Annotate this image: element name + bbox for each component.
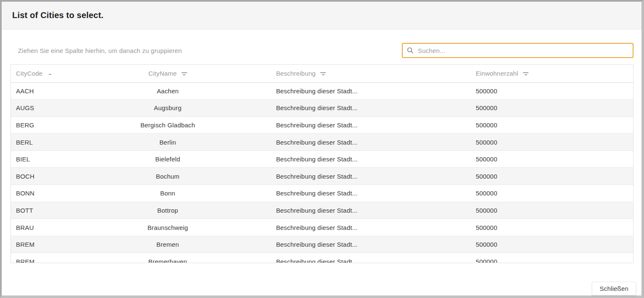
table-row[interactable]: BONNBonnBeschreibung dieser Stadt...5000… bbox=[11, 185, 633, 202]
cell-desc: Beschreibung dieser Stadt... bbox=[271, 185, 471, 202]
cell-population: 500000 bbox=[471, 236, 633, 253]
cell-desc: Beschreibung dieser Stadt... bbox=[271, 82, 471, 100]
cell-name: Bergisch Gladbach bbox=[64, 116, 271, 134]
cell-code: BREM bbox=[11, 236, 64, 253]
dialog-footer: Schließen bbox=[2, 269, 641, 295]
column-header-cityname[interactable]: CityName bbox=[64, 65, 271, 82]
cell-desc: Beschreibung dieser Stadt... bbox=[271, 168, 471, 185]
cell-code: BREM bbox=[11, 253, 64, 263]
cell-code: BONN bbox=[11, 185, 64, 202]
cities-dialog: List of Cities to select. Ziehen Sie ein… bbox=[0, 0, 644, 298]
cell-code: BOCH bbox=[11, 168, 64, 185]
table-row[interactable]: BIELBielefeldBeschreibung dieser Stadt..… bbox=[11, 150, 633, 168]
cell-population: 500000 bbox=[471, 168, 633, 185]
table-row[interactable]: BOTTBottropBeschreibung dieser Stadt...5… bbox=[11, 202, 633, 219]
cell-desc: Beschreibung dieser Stadt... bbox=[271, 202, 471, 219]
cell-name: Braunschweig bbox=[64, 219, 271, 236]
cell-population: 500000 bbox=[471, 100, 633, 117]
cell-name: Bielefeld bbox=[64, 150, 271, 168]
dialog-content: Ziehen Sie eine Spalte hierhin, um danac… bbox=[2, 29, 641, 269]
close-button[interactable]: Schließen bbox=[592, 282, 636, 295]
cell-code: BIEL bbox=[11, 150, 64, 168]
search-input[interactable] bbox=[417, 47, 628, 55]
filter-icon[interactable] bbox=[523, 72, 528, 75]
cell-population: 500000 bbox=[471, 82, 633, 100]
cell-desc: Beschreibung dieser Stadt... bbox=[271, 134, 471, 151]
dialog-titlebar: List of Cities to select. bbox=[2, 2, 641, 29]
cell-code: BRAU bbox=[11, 219, 64, 236]
cell-desc: Beschreibung dieser Stadt... bbox=[271, 150, 471, 168]
search-box[interactable] bbox=[402, 43, 633, 58]
cell-desc: Beschreibung dieser Stadt... bbox=[271, 253, 471, 263]
cell-population: 500000 bbox=[471, 116, 633, 134]
cities-grid: CityCode CityName Beschreibung Einw bbox=[11, 64, 633, 263]
column-header-einwohnerzahl[interactable]: Einwohnerzahl bbox=[471, 65, 633, 82]
cell-desc: Beschreibung dieser Stadt... bbox=[271, 236, 471, 253]
cell-code: BERG bbox=[11, 116, 64, 134]
column-header-citycode[interactable]: CityCode bbox=[11, 65, 64, 82]
cell-name: Bonn bbox=[64, 185, 271, 202]
table-row[interactable]: BREMBremenBeschreibung dieser Stadt...50… bbox=[11, 236, 633, 253]
cell-code: BOTT bbox=[11, 202, 64, 219]
cell-name: Bottrop bbox=[64, 202, 271, 219]
grid-toolbar: Ziehen Sie eine Spalte hierhin, um danac… bbox=[11, 43, 633, 58]
cell-desc: Beschreibung dieser Stadt... bbox=[271, 100, 471, 117]
table-row[interactable]: AACHAachenBeschreibung dieser Stadt...50… bbox=[11, 82, 633, 100]
cell-population: 500000 bbox=[471, 202, 633, 219]
column-label: Einwohnerzahl bbox=[476, 70, 518, 77]
cell-name: Berlin bbox=[64, 134, 271, 151]
filter-icon[interactable] bbox=[182, 72, 187, 75]
cell-code: BERL bbox=[11, 134, 64, 151]
cell-population: 500000 bbox=[471, 219, 633, 236]
cell-desc: Beschreibung dieser Stadt... bbox=[271, 219, 471, 236]
search-icon bbox=[407, 47, 414, 54]
cell-code: AUGS bbox=[11, 100, 64, 117]
cell-population: 500000 bbox=[471, 185, 633, 202]
column-label: Beschreibung bbox=[276, 70, 316, 77]
table-row[interactable]: BOCHBochumBeschreibung dieser Stadt...50… bbox=[11, 168, 633, 185]
column-header-beschreibung[interactable]: Beschreibung bbox=[271, 65, 471, 82]
table-row[interactable]: BREMBremerhavenBeschreibung dieser Stadt… bbox=[11, 253, 633, 263]
cell-population: 500000 bbox=[471, 134, 633, 151]
group-panel-hint: Ziehen Sie eine Spalte hierhin, um danac… bbox=[18, 47, 182, 54]
cell-population: 500000 bbox=[471, 253, 633, 263]
filter-icon[interactable] bbox=[48, 73, 53, 75]
header-row: CityCode CityName Beschreibung Einw bbox=[11, 65, 633, 82]
table-row[interactable]: AUGSAugsburgBeschreibung dieser Stadt...… bbox=[11, 100, 633, 117]
table-row[interactable]: BERLBerlinBeschreibung dieser Stadt...50… bbox=[11, 134, 633, 151]
cell-code: AACH bbox=[11, 82, 64, 100]
column-label: CityName bbox=[148, 70, 177, 77]
table-row[interactable]: BERGBergisch GladbachBeschreibung dieser… bbox=[11, 116, 633, 134]
cell-desc: Beschreibung dieser Stadt... bbox=[271, 116, 471, 134]
page-title: List of Cities to select. bbox=[12, 11, 103, 20]
cell-name: Aachen bbox=[64, 82, 271, 100]
city-table-body: AACHAachenBeschreibung dieser Stadt...50… bbox=[11, 82, 633, 263]
filter-icon[interactable] bbox=[320, 72, 326, 75]
cell-name: Bremen bbox=[64, 236, 271, 253]
column-label: CityCode bbox=[16, 70, 42, 77]
cell-name: Bremerhaven bbox=[64, 253, 271, 263]
cell-name: Bochum bbox=[64, 168, 271, 185]
cities-table: CityCode CityName Beschreibung Einw bbox=[11, 65, 633, 263]
table-row[interactable]: BRAUBraunschweigBeschreibung dieser Stad… bbox=[11, 219, 633, 236]
cell-population: 500000 bbox=[471, 150, 633, 168]
cell-name: Augsburg bbox=[64, 100, 271, 117]
